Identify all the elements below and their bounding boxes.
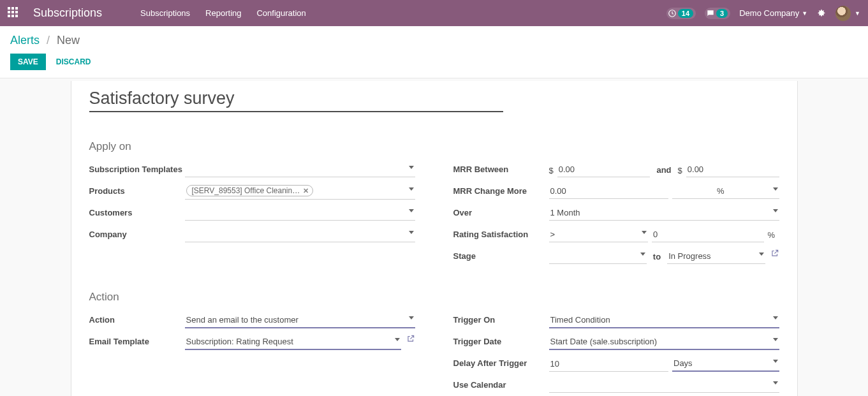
action-bar: Alerts / New SAVE DISCARD — [0, 26, 868, 78]
breadcrumb: Alerts / New — [10, 34, 858, 47]
company-switcher[interactable]: Demo Company ▼ — [739, 8, 807, 18]
activities-indicator[interactable]: 14 — [666, 8, 696, 19]
chevron-down-icon: ▼ — [855, 10, 860, 17]
breadcrumb-current: New — [57, 34, 80, 47]
apps-icon[interactable] — [8, 7, 20, 20]
nav-menu: Subscriptions Reporting Configuration — [140, 8, 666, 18]
clock-icon — [668, 9, 677, 18]
chat-icon — [706, 9, 715, 18]
messages-indicator[interactable]: 3 — [705, 8, 730, 19]
nav-subscriptions[interactable]: Subscriptions — [140, 8, 190, 18]
activities-count: 14 — [678, 9, 693, 18]
top-nav: Subscriptions Subscriptions Reporting Co… — [0, 0, 868, 26]
nav-reporting[interactable]: Reporting — [205, 8, 241, 18]
save-button[interactable]: SAVE — [10, 54, 46, 70]
chevron-down-icon: ▼ — [802, 10, 807, 17]
messages-count: 3 — [716, 9, 728, 18]
debug-icon[interactable] — [816, 8, 827, 18]
app-title: Subscriptions — [33, 6, 102, 20]
breadcrumb-root[interactable]: Alerts — [10, 34, 40, 47]
discard-button[interactable]: DISCARD — [56, 57, 91, 66]
user-avatar[interactable] — [835, 6, 851, 21]
nav-configuration[interactable]: Configuration — [256, 8, 305, 18]
